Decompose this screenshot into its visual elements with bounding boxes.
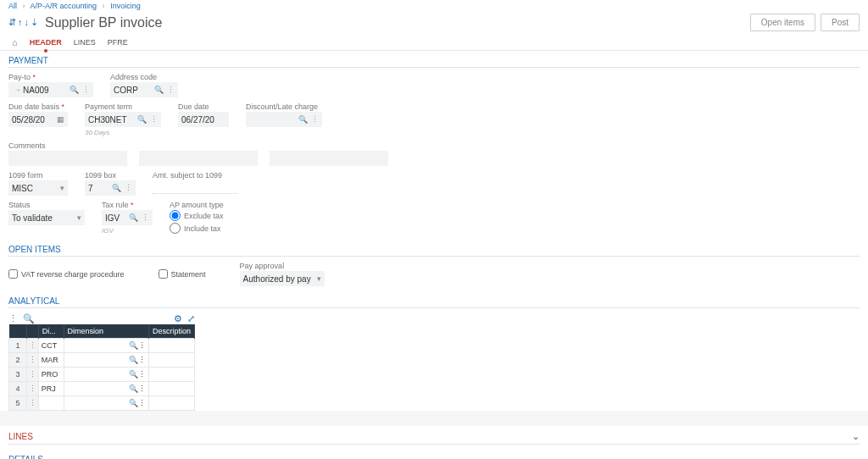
tab-header[interactable]: HEADER	[30, 35, 62, 50]
status-input[interactable]	[12, 213, 75, 223]
search-icon[interactable]: 🔍	[129, 399, 138, 407]
link-icon[interactable]: →	[12, 86, 23, 94]
grid-search-icon[interactable]: 🔍	[23, 313, 35, 324]
tax-rule-input[interactable]	[105, 213, 127, 223]
last-icon[interactable]: ⇣	[31, 17, 38, 28]
prev-icon[interactable]: ↓	[25, 17, 30, 28]
statement-checkbox-wrap[interactable]: Statement	[159, 269, 206, 279]
late-charge-input[interactable]	[249, 115, 297, 124]
form-1099-field[interactable]: ▾	[8, 180, 68, 196]
section-header-analytical: ANALYTICAL	[8, 291, 860, 308]
grid-menu-icon[interactable]: ⋮	[8, 313, 18, 324]
comment-input-1[interactable]	[12, 154, 125, 163]
more-icon[interactable]: ⋮	[138, 384, 146, 393]
pay-approval-input[interactable]	[243, 274, 315, 284]
cell-dimension[interactable]: 🔍⋮	[64, 368, 148, 381]
search-icon[interactable]: 🔍	[297, 115, 309, 124]
pay-to-input[interactable]	[23, 86, 68, 95]
comment-input-2[interactable]	[142, 154, 256, 163]
address-field[interactable]: 🔍 ⋮	[110, 82, 178, 97]
search-icon[interactable]: 🔍	[129, 384, 138, 393]
more-icon[interactable]: ⋮	[138, 399, 146, 407]
search-icon[interactable]: 🔍	[68, 86, 81, 94]
form-1099-input[interactable]	[12, 184, 58, 193]
breadcrumb-all[interactable]: All	[8, 2, 17, 10]
search-icon[interactable]: 🔍	[136, 115, 148, 124]
tab-pfre[interactable]: PFRE	[108, 35, 128, 50]
grid-settings-icon[interactable]: ⚙	[174, 313, 182, 324]
table-row[interactable]: 4⋮PRJ🔍⋮	[9, 382, 195, 396]
breadcrumb-ap-ar[interactable]: A/P-A/R accounting	[31, 2, 97, 10]
comment-field-2[interactable]	[139, 151, 258, 166]
more-icon[interactable]: ⋮	[138, 370, 146, 379]
row-menu-icon[interactable]: ⋮	[27, 353, 39, 368]
more-icon[interactable]: ⋮	[81, 86, 92, 94]
more-icon[interactable]: ⋮	[165, 86, 176, 94]
more-icon[interactable]: ⋮	[138, 341, 146, 350]
table-row[interactable]: 3⋮PRO🔍⋮	[9, 368, 195, 382]
payment-term-input[interactable]	[88, 115, 136, 124]
chevron-down-icon[interactable]: ⌄	[852, 431, 860, 442]
address-input[interactable]	[114, 86, 153, 95]
pay-to-field[interactable]: → 🔍 ⋮	[8, 82, 93, 97]
cell-di: CCT	[39, 339, 64, 352]
cell-dimension[interactable]: 🔍⋮	[64, 396, 148, 410]
more-icon[interactable]: ⋮	[140, 213, 151, 222]
cell-dimension[interactable]: 🔍⋮	[64, 353, 148, 367]
exclude-tax-radio[interactable]	[170, 210, 181, 221]
vat-reverse-checkbox-wrap[interactable]: VAT reverse charge procedure	[8, 269, 125, 279]
breadcrumb-invoicing[interactable]: Invoicing	[110, 2, 141, 10]
search-icon[interactable]: 🔍	[129, 341, 138, 350]
comment-field-1[interactable]	[8, 151, 127, 166]
row-menu-icon[interactable]: ⋮	[27, 396, 39, 411]
payment-term-field[interactable]: 🔍 ⋮	[85, 112, 161, 127]
search-icon[interactable]: 🔍	[129, 356, 138, 364]
more-icon[interactable]: ⋮	[148, 115, 159, 124]
breadcrumb-sep: ›	[103, 2, 105, 10]
open-items-button[interactable]: Open items	[750, 14, 815, 31]
tax-rule-field[interactable]: 🔍 ⋮	[102, 210, 153, 225]
box-1099-field[interactable]: 🔍 ⋮	[85, 180, 136, 196]
due-basis-input[interactable]	[12, 115, 55, 124]
chevron-down-icon[interactable]: ▾	[58, 184, 66, 192]
cell-dimension[interactable]: 🔍⋮	[64, 382, 148, 395]
box-1099-input[interactable]	[88, 184, 110, 193]
search-icon[interactable]: 🔍	[153, 86, 165, 94]
cell-dimension[interactable]: 🔍⋮	[64, 339, 148, 352]
section-header-lines[interactable]: LINES ⌄	[8, 426, 860, 445]
first-icon[interactable]: ↑	[18, 17, 23, 28]
statement-label: Statement	[171, 270, 206, 279]
more-icon[interactable]: ⋮	[123, 184, 134, 192]
home-icon[interactable]: ⌂	[12, 37, 18, 47]
calendar-icon[interactable]: ▦	[55, 115, 66, 124]
chevron-down-icon[interactable]: ▾	[315, 274, 323, 283]
row-menu-icon[interactable]: ⋮	[27, 368, 39, 382]
cell-di	[39, 396, 64, 410]
search-icon[interactable]: 🔍	[129, 370, 138, 379]
filter-icon[interactable]: ⇵	[8, 17, 16, 28]
row-menu-icon[interactable]: ⋮	[27, 339, 39, 353]
include-tax-radio[interactable]	[170, 223, 181, 234]
statement-checkbox[interactable]	[159, 269, 168, 279]
row-menu-icon[interactable]: ⋮	[27, 382, 39, 396]
more-icon[interactable]: ⋮	[138, 356, 146, 364]
pay-approval-field[interactable]: ▾	[240, 271, 325, 286]
grid-expand-icon[interactable]: ⤢	[187, 313, 195, 324]
post-button[interactable]: Post	[821, 14, 860, 31]
search-icon[interactable]: 🔍	[127, 213, 140, 222]
comment-input-3[interactable]	[273, 154, 387, 163]
vat-reverse-checkbox[interactable]	[8, 269, 18, 279]
status-field[interactable]: ▾	[8, 210, 85, 225]
more-icon[interactable]: ⋮	[309, 115, 320, 124]
page-title: Supplier BP invoice	[45, 15, 162, 30]
due-basis-field[interactable]: ▦	[8, 112, 68, 127]
late-charge-field[interactable]: 🔍 ⋮	[246, 112, 322, 127]
tab-lines[interactable]: LINES	[74, 35, 96, 50]
chevron-down-icon[interactable]: ▾	[75, 213, 83, 222]
comment-field-3[interactable]	[270, 151, 388, 166]
table-row[interactable]: 2⋮MAR🔍⋮	[9, 353, 195, 368]
table-row[interactable]: 1⋮CCT🔍⋮	[9, 339, 195, 353]
due-date-input	[181, 115, 227, 124]
table-row[interactable]: 5⋮🔍⋮	[9, 396, 195, 411]
search-icon[interactable]: 🔍	[110, 184, 123, 192]
